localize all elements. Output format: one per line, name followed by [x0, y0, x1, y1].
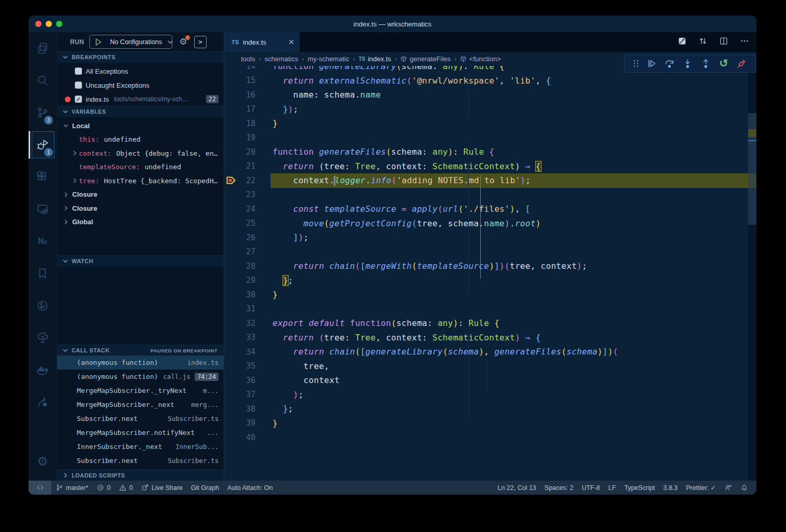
code-line-31[interactable]: 31: [224, 302, 748, 317]
line-number[interactable]: 15: [238, 76, 255, 85]
line-number[interactable]: 28: [238, 262, 255, 271]
line-number[interactable]: 26: [238, 233, 255, 242]
code-line-24[interactable]: 24 const templateSource = apply(url('./f…: [224, 202, 748, 216]
feedback-status-item[interactable]: [720, 481, 736, 495]
code-line-32[interactable]: 32export default function(schema: any): …: [224, 316, 748, 331]
step-over-button[interactable]: [663, 57, 676, 71]
code-text[interactable]: }: [255, 290, 278, 299]
code-text[interactable]: };: [255, 404, 293, 414]
variables-header[interactable]: VARIABLES: [57, 106, 224, 117]
code-text[interactable]: });: [255, 104, 299, 114]
code-text[interactable]: context.logger.info('adding NOTES.md to …: [255, 175, 531, 186]
activity-item-bookmarks[interactable]: [29, 257, 57, 290]
code-line-38[interactable]: 38 };: [224, 402, 748, 416]
checkbox[interactable]: ✓: [75, 96, 82, 103]
activity-item-docker[interactable]: [29, 354, 57, 386]
line-number[interactable]: 29: [238, 276, 255, 285]
stack-frame[interactable]: Subscriber.nextSubscriber.ts: [57, 412, 224, 426]
remote-status-item[interactable]: [29, 481, 51, 495]
scope-row[interactable]: Closure: [57, 188, 224, 202]
stack-frame[interactable]: MergeMapSubscriber._tryNextm...: [57, 384, 224, 398]
line-number[interactable]: 23: [238, 190, 255, 199]
line-number[interactable]: 24: [238, 204, 255, 214]
watch-header[interactable]: WATCH: [57, 255, 224, 267]
line-number[interactable]: 19: [238, 133, 255, 142]
line-number[interactable]: 30: [238, 290, 255, 299]
variable-row[interactable]: tree:HostTree {_backend: ScopedH…: [57, 174, 224, 188]
activity-item-remote-explorer[interactable]: [29, 193, 57, 225]
step-out-button[interactable]: [699, 57, 712, 71]
gitlens-compare-button[interactable]: [677, 36, 687, 48]
stack-frame[interactable]: (anonymous function)call.js74:24: [57, 370, 224, 384]
line-number[interactable]: 18: [238, 119, 255, 128]
code-line-16[interactable]: 16 name: schema.name: [224, 88, 748, 102]
code-line-39[interactable]: 39}: [224, 416, 748, 431]
scope-row[interactable]: Global: [57, 215, 224, 229]
breakpoint-margin[interactable]: [224, 176, 238, 184]
breadcrumb-item[interactable]: my-schematic: [308, 55, 349, 63]
activity-item-search[interactable]: [29, 64, 57, 97]
step-into-button[interactable]: [681, 57, 695, 71]
code-lines[interactable]: 14function generateLibrary(schema: any):…: [224, 59, 748, 445]
activity-item-source-control[interactable]: 3: [29, 97, 57, 129]
line-number[interactable]: 35: [238, 361, 255, 371]
spaces-2-status-item[interactable]: Spaces: 2: [540, 481, 578, 495]
scope-row[interactable]: Local: [57, 119, 224, 133]
scope-row[interactable]: Closure: [57, 201, 224, 215]
activity-item-nx-console[interactable]: N≥: [29, 225, 57, 257]
code-text[interactable]: context: [255, 375, 340, 385]
line-number[interactable]: 37: [238, 390, 255, 399]
utf-8-status-item[interactable]: UTF-8: [577, 481, 604, 495]
variable-row[interactable]: context:Object {debug: false, en…: [57, 146, 224, 160]
code-line-37[interactable]: 37 );: [224, 388, 748, 402]
line-number[interactable]: 38: [238, 404, 255, 414]
code-line-30[interactable]: 30}: [224, 288, 748, 302]
activity-item-todo-tree[interactable]: [29, 322, 57, 354]
breakpoint-row[interactable]: Uncaught Exceptions: [57, 78, 224, 92]
code-line-34[interactable]: 34 return chain([generateLibrary(schema)…: [224, 345, 748, 359]
code-text[interactable]: }: [255, 118, 278, 128]
debug-console-button[interactable]: >: [194, 36, 207, 48]
code-text[interactable]: return chain([generateLibrary(schema), g…: [255, 347, 618, 357]
line-number[interactable]: 22: [238, 176, 255, 185]
code-line-15[interactable]: 15 return externalSchematic('@nrwl/works…: [224, 74, 748, 88]
line-number[interactable]: 17: [238, 104, 255, 114]
activity-item-run-and-debug[interactable]: 1: [29, 129, 57, 161]
git-graph-status-item[interactable]: Git Graph: [187, 481, 223, 495]
code-text[interactable]: return chain([mergeWith(templateSource)]…: [255, 261, 587, 271]
breakpoints-header[interactable]: BREAKPOINTS: [57, 51, 224, 63]
line-number[interactable]: 16: [238, 90, 255, 100]
code-line-27[interactable]: 27: [224, 245, 748, 260]
open-changes-button[interactable]: [698, 36, 708, 48]
checkbox[interactable]: [75, 67, 82, 75]
code-text[interactable]: return externalSchematic('@nrwl/workspac…: [255, 76, 551, 86]
breadcrumb-item[interactable]: <function>: [460, 55, 501, 63]
code-line-40[interactable]: 40: [224, 430, 748, 445]
bell-status-item[interactable]: [736, 481, 752, 495]
typescript-status-item[interactable]: TypeScript: [620, 481, 659, 495]
code-text[interactable]: const templateSource = apply(url('./file…: [255, 204, 531, 214]
zoom-window-button[interactable]: [56, 21, 62, 27]
checkbox[interactable]: [75, 81, 82, 89]
loaded-scripts-header[interactable]: LOADED SCRIPTS: [57, 469, 224, 481]
line-number[interactable]: 20: [238, 147, 255, 157]
code-line-35[interactable]: 35 tree,: [224, 359, 748, 374]
breadcrumb-item[interactable]: schematics: [264, 55, 298, 63]
code-text[interactable]: };: [255, 276, 293, 285]
code-text[interactable]: ]);: [255, 233, 309, 242]
line-number[interactable]: 34: [238, 347, 255, 357]
line-number[interactable]: 40: [238, 433, 255, 442]
auto-attach-on-status-item[interactable]: Auto Attach: On: [223, 481, 277, 495]
code-line-19[interactable]: 19: [224, 131, 748, 145]
code-line-25[interactable]: 25 move(getProjectConfig(tree, schema.na…: [224, 216, 748, 231]
code-line-26[interactable]: 26 ]);: [224, 230, 748, 245]
error-status-item[interactable]: 0: [92, 481, 115, 495]
activity-item-extensions[interactable]: [29, 161, 57, 193]
launch-config-dropdown[interactable]: No Configurations: [89, 35, 172, 49]
line-number[interactable]: 27: [238, 247, 255, 256]
code-line-29[interactable]: 29 };: [224, 274, 748, 288]
stack-frame[interactable]: (anonymous function)index.ts: [57, 356, 224, 370]
breadcrumb-item[interactable]: generateFiles: [400, 55, 451, 63]
code-text[interactable]: return (tree: Tree, context: SchematicCo…: [255, 161, 541, 171]
stack-frame[interactable]: MergeMapSubscriber.notifyNext...: [57, 426, 224, 440]
